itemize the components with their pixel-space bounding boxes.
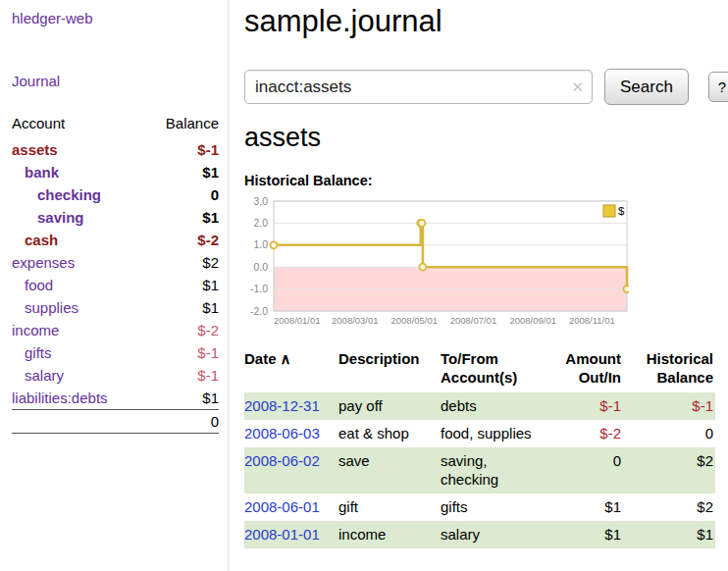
balance-column-header: Historical Balance xyxy=(631,349,715,392)
svg-text:2008/07/01: 2008/07/01 xyxy=(450,315,497,326)
account-column-header: To/From Account(s) xyxy=(441,349,556,392)
svg-text:2008/01/01: 2008/01/01 xyxy=(274,315,321,326)
account-row: cash$-2 xyxy=(12,229,219,251)
transaction-account: saving, checking xyxy=(441,447,556,493)
transaction-account: salary xyxy=(441,521,556,548)
svg-text:0.0: 0.0 xyxy=(253,261,268,273)
svg-text:2008/11/01: 2008/11/01 xyxy=(569,315,615,326)
search-input[interactable] xyxy=(244,70,593,104)
accounts-total-value: 0 xyxy=(211,412,219,431)
accounts-header: Account Balance xyxy=(12,115,219,131)
svg-text:3.0: 3.0 xyxy=(253,196,268,207)
accounts-total-row: 0 xyxy=(12,409,219,434)
account-link[interactable]: checking xyxy=(12,185,101,204)
account-row: saving$1 xyxy=(12,206,219,229)
account-row: income$-2 xyxy=(12,319,219,341)
account-balance: $-1 xyxy=(197,140,219,159)
account-link[interactable]: assets xyxy=(12,140,58,159)
account-balance: $-1 xyxy=(197,343,219,362)
transaction-date-link[interactable]: 2008-01-01 xyxy=(244,526,320,543)
account-link[interactable]: bank xyxy=(12,163,59,182)
app-title-link[interactable]: hledger-web xyxy=(12,10,93,26)
account-row: gifts$-1 xyxy=(12,341,219,364)
transaction-date-cell: 2008-01-01 xyxy=(244,521,338,548)
register-row: 2008-06-03eat & shopfood, supplies$-20 xyxy=(244,420,715,447)
account-balance: $1 xyxy=(202,276,219,294)
account-balance: 0 xyxy=(211,185,219,204)
transaction-balance: $1 xyxy=(631,521,715,548)
account-link[interactable]: food xyxy=(12,276,53,294)
transaction-date-link[interactable]: 2008-12-31 xyxy=(244,397,320,414)
transaction-date-link[interactable]: 2008-06-03 xyxy=(244,425,320,441)
transaction-date-cell: 2008-06-03 xyxy=(244,420,338,447)
account-balance: $1 xyxy=(202,163,219,182)
account-row: checking0 xyxy=(12,183,219,206)
sidebar: hledger-web Journal Account Balance asse… xyxy=(0,0,229,571)
account-row: expenses$2 xyxy=(12,251,219,274)
account-row: salary$-1 xyxy=(12,364,219,387)
sort-ascending-icon: ∧ xyxy=(281,350,291,367)
register-row: 2008-01-01incomesalary$1$1 xyxy=(244,521,715,548)
account-link[interactable]: income xyxy=(12,321,59,339)
amount-column-header: Amount Out/In xyxy=(556,349,631,392)
account-balance: $1 xyxy=(202,298,219,317)
balance-chart-svg: 3.02.01.00.0-1.0-2.02008/01/012008/03/01… xyxy=(244,196,629,330)
svg-text:1.0: 1.0 xyxy=(253,238,268,250)
help-button[interactable]: ? xyxy=(708,72,728,102)
account-link[interactable]: saving xyxy=(12,208,84,227)
main-content: sample.journal ✕ Search ? assets Histori… xyxy=(229,0,728,571)
transaction-amount: 0 xyxy=(556,447,631,493)
transaction-description: eat & shop xyxy=(338,420,441,447)
account-link[interactable]: liabilities:debts xyxy=(12,389,108,407)
account-balance: $2 xyxy=(202,253,219,272)
account-row: bank$1 xyxy=(12,161,219,183)
transaction-balance: 0 xyxy=(631,420,715,447)
transaction-amount: $-2 xyxy=(556,420,631,447)
svg-text:-1.0: -1.0 xyxy=(250,283,268,294)
transaction-account: debts xyxy=(441,392,556,420)
historical-balance-chart: 3.02.01.00.0-1.0-2.02008/01/012008/03/01… xyxy=(244,196,728,334)
account-link[interactable]: gifts xyxy=(12,343,52,362)
transaction-date-link[interactable]: 2008-06-02 xyxy=(244,452,320,469)
search-bar: ✕ Search ? xyxy=(244,69,728,105)
legend-swatch xyxy=(603,205,615,217)
transaction-amount: $1 xyxy=(556,521,631,548)
app-title: hledger-web xyxy=(12,10,219,27)
legend-label: $ xyxy=(618,205,625,217)
transaction-account: food, supplies xyxy=(441,420,556,447)
account-row: liabilities:debts$1 xyxy=(12,387,219,409)
transaction-amount: $-1 xyxy=(556,392,631,420)
app-window: hledger-web Journal Account Balance asse… xyxy=(0,0,728,571)
search-button[interactable]: Search xyxy=(604,69,689,105)
account-balance: $1 xyxy=(202,208,219,227)
register-header-row: Date∧ Description To/From Account(s) Amo… xyxy=(244,349,715,392)
transaction-date-cell: 2008-12-31 xyxy=(244,392,338,420)
account-balance: $-2 xyxy=(197,231,219,249)
account-link[interactable]: supplies xyxy=(12,298,78,317)
description-column-header: Description xyxy=(338,349,441,392)
register-row: 2008-06-01giftgifts$1$2 xyxy=(244,493,715,521)
transaction-description: save xyxy=(338,447,441,493)
transaction-balance: $2 xyxy=(631,493,715,521)
search-input-wrap: ✕ xyxy=(244,70,593,104)
account-heading: assets xyxy=(244,123,728,153)
account-link[interactable]: expenses xyxy=(12,253,75,272)
balance-column-label: Balance xyxy=(166,115,219,131)
account-balance: $1 xyxy=(202,389,219,407)
clear-search-icon[interactable]: ✕ xyxy=(571,78,584,95)
date-column-header[interactable]: Date∧ xyxy=(244,349,338,392)
svg-text:2.0: 2.0 xyxy=(253,217,268,229)
register-row: 2008-06-02savesaving, checking0$2 xyxy=(244,447,715,493)
account-link[interactable]: salary xyxy=(12,366,64,385)
transaction-date-link[interactable]: 2008-06-01 xyxy=(244,498,320,515)
account-row: supplies$1 xyxy=(12,296,219,319)
transaction-account: gifts xyxy=(441,493,556,521)
account-row: assets$-1 xyxy=(12,138,219,161)
transaction-description: pay off xyxy=(338,392,441,420)
account-column-label: Account xyxy=(12,115,65,131)
chart-title: Historical Balance: xyxy=(244,173,728,188)
svg-text:2008/05/01: 2008/05/01 xyxy=(391,315,439,326)
account-link[interactable]: cash xyxy=(12,231,58,249)
sidebar-item-journal[interactable]: Journal xyxy=(12,73,60,89)
svg-text:2008/09/01: 2008/09/01 xyxy=(509,315,556,326)
